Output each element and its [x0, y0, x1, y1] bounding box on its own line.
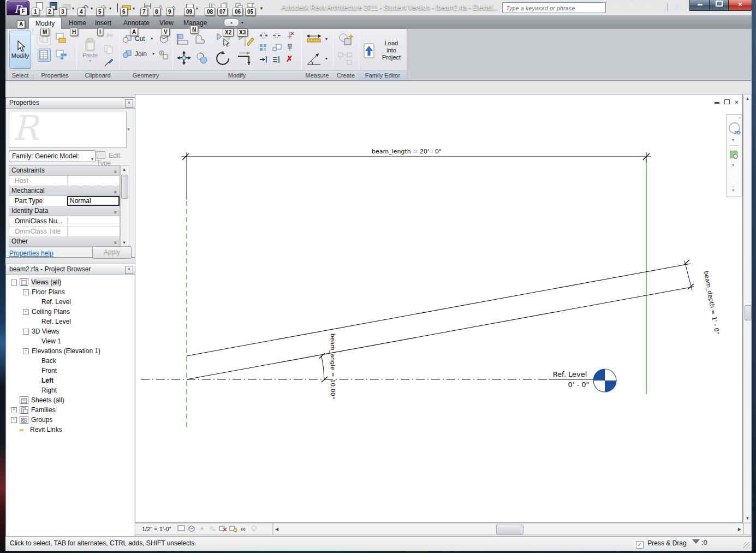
- scroll-up-icon[interactable]: ▲: [121, 166, 128, 174]
- join-geometry-button[interactable]: [122, 50, 132, 60]
- modify-select-button[interactable]: Modify: [9, 31, 31, 69]
- tree-item-back[interactable]: Back: [7, 356, 134, 366]
- help-caret-icon[interactable]: ▾: [682, 2, 688, 13]
- beam-depth-dimension-label[interactable]: beam_depth = 1' - 0": [703, 270, 721, 335]
- undo-caret-icon[interactable]: ▾: [90, 2, 94, 13]
- ribbon-toggle-caret-icon[interactable]: ▾: [241, 20, 243, 25]
- type-properties-button[interactable]: [55, 49, 67, 61]
- maximize-button[interactable]: [709, 0, 729, 11]
- panel-label-select[interactable]: Select: [8, 70, 33, 80]
- property-row-omniclass-title[interactable]: OmniClass Title: [9, 227, 120, 237]
- split-element-button[interactable]: [259, 31, 269, 42]
- ribbon-minimize-toggle[interactable]: ▴: [224, 19, 239, 27]
- minimize-button[interactable]: [689, 0, 710, 11]
- view-close-icon[interactable]: ×: [735, 99, 738, 105]
- search-binoculars-icon[interactable]: [609, 2, 620, 13]
- panel-label-create[interactable]: Create: [333, 70, 359, 80]
- panel-label-family-editor[interactable]: Family Editor: [359, 70, 407, 80]
- scroll-down-icon[interactable]: ▼: [121, 239, 128, 247]
- expand-collapse-icon[interactable]: -: [23, 329, 29, 335]
- section-mechanical[interactable]: Mechanical»: [9, 186, 120, 196]
- join-label[interactable]: Join: [135, 50, 147, 58]
- vertical-scrollbar[interactable]: ▲ ▼: [743, 94, 752, 523]
- section-identity-data[interactable]: Identity Data»: [9, 206, 120, 216]
- tab-insert[interactable]: Insert: [88, 17, 118, 29]
- match-type-brush-icon[interactable]: [104, 57, 116, 69]
- align-button[interactable]: [177, 33, 190, 47]
- property-row-host[interactable]: Host: [9, 176, 120, 186]
- expand-collapse-icon[interactable]: +: [11, 407, 17, 413]
- type-selector-dropdown[interactable]: Family: Generic Model: ▾: [9, 150, 96, 162]
- move-button[interactable]: [177, 51, 191, 67]
- subscription-key-icon[interactable]: [628, 2, 639, 13]
- open-family-button[interactable]: [55, 32, 67, 44]
- tree-item-view-1[interactable]: View 1: [7, 336, 134, 346]
- create-similar-button[interactable]: [337, 52, 354, 68]
- section-other[interactable]: Other»: [9, 237, 120, 247]
- zoom-caret-icon[interactable]: ▾: [732, 163, 734, 168]
- vertical-scroll-thumb[interactable]: [745, 305, 752, 320]
- horizontal-scrollbar[interactable]: ◀ ▶: [273, 523, 743, 535]
- cut-caret-icon[interactable]: ▾: [151, 36, 153, 41]
- copy-button[interactable]: [195, 52, 209, 66]
- shadows-icon[interactable]: [208, 525, 217, 533]
- tree-item-floor-plans[interactable]: - Floor Plans: [7, 287, 134, 297]
- horizontal-scroll-thumb[interactable]: [496, 525, 523, 534]
- project-browser-close-icon[interactable]: ×: [125, 266, 133, 274]
- favorites-star-icon[interactable]: ☆: [654, 2, 665, 13]
- tree-item-families[interactable]: + Families: [7, 405, 134, 415]
- split-with-gap-button[interactable]: [272, 31, 282, 42]
- navbar-close-icon[interactable]: ×: [738, 115, 741, 120]
- view-scale[interactable]: 1/2" = 1'-0": [142, 526, 171, 532]
- rotate-button[interactable]: [215, 51, 231, 68]
- part-type-value-field[interactable]: Normal: [67, 196, 120, 206]
- selection-filter[interactable]: :0: [692, 539, 707, 546]
- tree-item-ref-level-ceiling[interactable]: Ref. Level: [7, 317, 134, 326]
- resize-grip[interactable]: [743, 542, 750, 549]
- beam-angle-dimension-arc[interactable]: [322, 356, 324, 379]
- close-button[interactable]: ×: [728, 0, 752, 11]
- load-into-project-button[interactable]: Load into Project: [362, 31, 404, 69]
- beam-angle-dimension-label[interactable]: beam_angle = 10.00°: [329, 334, 336, 399]
- unpin-button[interactable]: [285, 31, 295, 42]
- expand-collapse-icon[interactable]: -: [23, 309, 29, 315]
- tree-item-views[interactable]: - Views (all): [7, 277, 134, 287]
- panel-label-modify[interactable]: Modify: [172, 70, 301, 80]
- beam-length-dimension-label[interactable]: beam_length = 20' - 0": [372, 148, 442, 155]
- properties-help-link[interactable]: Properties help: [9, 249, 53, 257]
- properties-palette-toggle-button[interactable]: [38, 49, 51, 62]
- tree-item-ref-level-floor[interactable]: Ref. Level: [7, 297, 134, 307]
- tree-item-elevations[interactable]: - Elevations (Elevation 1): [7, 346, 134, 356]
- visual-style-icon[interactable]: [187, 525, 196, 533]
- properties-scroll-thumb[interactable]: [121, 175, 128, 199]
- preview-caret-icon[interactable]: ▾: [127, 126, 130, 132]
- section-caret-icon[interactable]: ▾: [195, 2, 199, 13]
- cut-label[interactable]: Cut: [135, 35, 145, 43]
- redo-caret-icon[interactable]: ▾: [108, 2, 112, 13]
- expand-collapse-icon[interactable]: -: [23, 348, 29, 354]
- project-browser-titlebar[interactable]: beam2.rfa - Project Browser ×: [6, 264, 135, 275]
- tree-item-sheets[interactable]: Sheets (all): [7, 395, 134, 405]
- tree-item-left-active-view[interactable]: Left: [7, 376, 134, 385]
- cut-to-clipboard-icon[interactable]: ✄: [104, 31, 116, 43]
- sun-path-icon[interactable]: ☀: [198, 525, 206, 533]
- scroll-down-icon[interactable]: ▼: [744, 516, 751, 521]
- scroll-right-icon[interactable]: ▶: [738, 527, 741, 532]
- expand-collapse-icon[interactable]: -: [23, 289, 29, 295]
- properties-scrollbar[interactable]: ▲ ▼: [120, 165, 129, 247]
- delete-button[interactable]: ✗: [286, 54, 293, 64]
- detail-level-icon[interactable]: [177, 525, 186, 533]
- help-icon[interactable]: ?: [671, 2, 681, 13]
- property-row-omniclass-number[interactable]: OmniClass Nu...: [9, 216, 120, 227]
- measure-angle-button[interactable]: [306, 51, 322, 68]
- panel-label-properties[interactable]: Properties: [33, 70, 76, 80]
- panel-label-clipboard[interactable]: Clipboard: [76, 70, 119, 80]
- measure-caret-icon[interactable]: ▾: [132, 2, 136, 13]
- navbar-more-icon[interactable]: ▾: [732, 187, 734, 193]
- view-restore-icon[interactable]: [724, 99, 730, 104]
- level-elevation-label[interactable]: 0' - 0": [568, 380, 589, 389]
- crop-view-icon[interactable]: [218, 525, 227, 533]
- trim-extend-single-button[interactable]: [259, 55, 269, 66]
- tree-item-right[interactable]: Right: [7, 385, 134, 395]
- section-constraints[interactable]: Constraints»: [9, 166, 120, 176]
